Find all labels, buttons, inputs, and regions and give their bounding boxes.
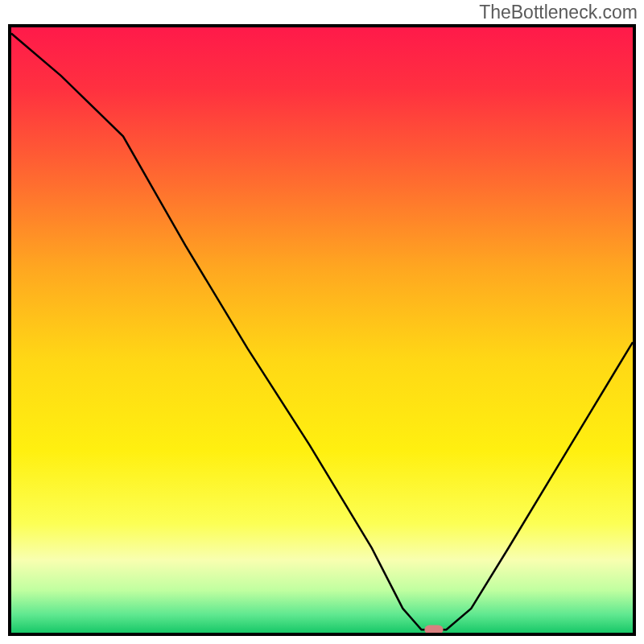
watermark-text: TheBottleneck.com	[479, 2, 638, 23]
bottleneck-curve-plot	[11, 27, 633, 633]
optimum-marker	[424, 625, 443, 633]
chart-frame	[8, 24, 636, 636]
